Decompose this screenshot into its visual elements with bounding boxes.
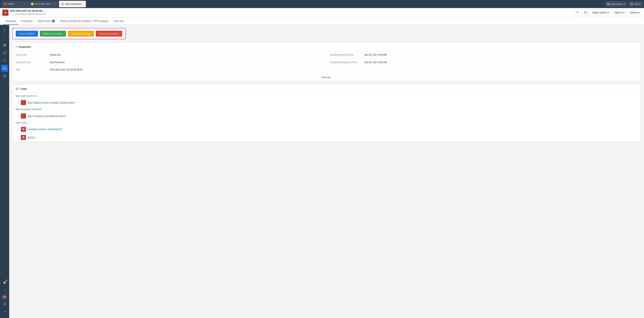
sidebar-item-history[interactable] [1,50,8,56]
table-row: Departure City San Francisco Scheduled D… [12,59,641,66]
tab-flight-to-pfrs[interactable]: flight-to-pfrs 5 [36,18,57,25]
table-row: Title SFO-SNA-2017-01-28 05:36:53 [12,66,641,74]
search-icon [3,59,6,62]
cids2-link[interactable]: CIDS 2 [28,136,36,139]
new-exploration-tab-icon: ⊕ [61,3,64,5]
more-icon[interactable]: ··· [11,12,14,16]
sidebar-item-home[interactable]: ⌂ [1,34,8,41]
links-card-title: Links [20,88,27,90]
object-actions-label: Object actions [592,11,607,14]
flights-tab-icon: F [4,3,6,5]
sidebar-item-data[interactable] [1,72,8,79]
tab-testing[interactable]: Testing conditional container - PFR anal… [58,18,111,25]
tab-flight-to-pfrs-badge: 5 [52,20,55,22]
chevron-right-icon: › [18,128,18,131]
tab-overview[interactable]: Overview [3,18,18,25]
tab-new-exploration[interactable]: ⊕ New exploration [59,1,86,7]
sfo-link[interactable]: San Francisco International Airport [28,115,66,118]
comment-button[interactable]: 💬 [582,10,588,16]
title-label: Title [12,66,47,74]
tab-overview-label: Overview [5,20,16,22]
svg-rect-6 [3,44,4,45]
scheduled-departure-value: Jan 28, 2017 5:36 AM [361,59,641,66]
delay-10-button[interactable]: Delay 10 minutes [40,31,66,36]
explorations-button-label: Explorations [610,3,623,5]
signal-icon-cids: 📡 [21,135,26,140]
explorations-icon [607,3,610,5]
list-item[interactable]: › 📍 San Francisco International Airport [12,112,641,120]
delay-30-button[interactable]: Delay 30 minutes [68,31,94,36]
svg-rect-13 [3,74,6,75]
sfo-sna-tab-icon: S [31,3,34,5]
signal-icon-power: 📡 [21,127,26,132]
header-actions: ↻ 💬 Object actions ▾ Open in ▾ Actions ▾ [575,10,642,16]
svg-rect-5 [631,4,633,5]
departure-city-value: San Francisco [47,59,326,66]
sidebar-item-help[interactable]: ? [1,286,8,294]
refresh-button[interactable]: ↻ [575,10,581,16]
svg-rect-9 [5,46,6,46]
sidebar-avatar[interactable]: NR [2,294,7,300]
sidebar-item-notifications[interactable]: 🔔 [1,279,8,286]
svg-point-12 [4,67,6,69]
scheduled-arrival-value: Jan 28, 2017 9:09 AM [361,51,641,58]
john-wayne-link[interactable]: John Wayne Airport-Orange County Airport [28,101,75,104]
sidebar-bottom: 🔔 ? NR 🌐 ⇌ [1,279,8,316]
properties-card-header: ≡ Properties [12,42,641,51]
sidebar: ☰ ⌂ 🔔 ? NR 🌐 ⇌ [0,25,9,318]
search-active-icon [3,66,6,70]
svg-rect-3 [608,4,609,5]
breadcrumb: › John Wayne Airport-Orange Cou [14,13,46,15]
power-supply-link[interactable]: POWER SUPPLY INTERRUPT [28,128,62,131]
svg-rect-2 [608,4,608,5]
explorations-button[interactable]: Explorations ▾ [605,1,627,7]
view-all-button[interactable]: View all... [12,74,641,81]
list-item[interactable]: › 📍 John Wayne Airport-Orange County Air… [12,98,641,106]
tab-bar-right: Explorations ▾ Lists ▾ [605,1,642,7]
actions-button[interactable]: Actions ▾ [628,10,642,16]
lists-button[interactable]: Lists ▾ [628,1,642,7]
chevron-right-icon: › [18,101,18,104]
links-icon: 🔗 [16,87,19,90]
svg-rect-7 [5,44,6,45]
list-item[interactable]: › 📡 POWER SUPPLY INTERRUPT [12,125,641,134]
explorations-chevron-icon: ▾ [624,3,625,5]
flights-tab-label: Flights [8,3,14,5]
flight-destination-label: flight-destination-airport-link: [12,106,641,112]
flights-tab-close[interactable]: × [24,3,26,5]
title-value: SFO-SNA-2017-01-28 05:36:53 [47,66,641,74]
object-actions-button[interactable]: Object actions ▾ [590,10,611,16]
action-buttons-container: Link to Airport Delay 10 minutes Delay 3… [12,28,126,39]
open-in-button[interactable]: Open in ▾ [612,10,626,16]
link-to-airport-button[interactable]: Link to Airport [16,31,38,36]
sidebar-item-shuffle[interactable]: ⇌ [1,308,8,315]
sidebar-item-menu[interactable]: ☰ [1,26,8,33]
tab-sfo-sna[interactable]: S SFO-SNA-2017-... × [29,1,59,7]
lists-icon [630,3,633,5]
svg-rect-1 [608,3,609,4]
sidebar-item-search-active[interactable] [1,65,8,72]
sidebar-item-search[interactable] [1,57,8,64]
sfo-sna-tab-close[interactable]: × [55,3,56,5]
svg-rect-4 [631,3,633,4]
main-layout: ☰ ⌂ 🔔 ? NR 🌐 ⇌ [0,25,644,318]
chevron-right-icon: › [18,136,18,139]
object-title-block: SFO-SNA-2017-01-28 05:36:... ☆ ··· › Joh… [10,10,49,16]
scheduled-arrival-label: Scheduled Arrival Time [327,51,361,58]
star-icon[interactable]: ☆ [46,10,49,12]
list-item[interactable]: › 📡 CIDS 2 [12,134,641,142]
properties-card: ≡ Properties Arrival City Santa Ana Sche… [12,42,641,81]
lists-chevron-icon: ▾ [639,3,640,5]
tab-properties[interactable]: Properties [19,18,35,25]
sidebar-item-reports[interactable] [1,42,8,49]
tab-new-tab[interactable]: New Tab [112,18,126,25]
properties-table: Arrival City Santa Ana Scheduled Arrival… [12,51,641,74]
delay-60-button[interactable]: Delay 60 minutes [96,31,122,36]
open-in-chevron-icon: ▾ [623,11,624,14]
object-type-icon: ✈ [2,10,8,16]
tab-flights[interactable]: F Flights × [2,1,28,7]
arrival-city-label: Arrival City [12,51,47,58]
sidebar-item-globe[interactable]: 🌐 [1,300,8,307]
prop-right-scheduled-departure: Scheduled Departure Time Jan 28, 2017 5:… [326,59,641,66]
sfo-sna-tab-label: SFO-SNA-2017-... [35,3,54,5]
